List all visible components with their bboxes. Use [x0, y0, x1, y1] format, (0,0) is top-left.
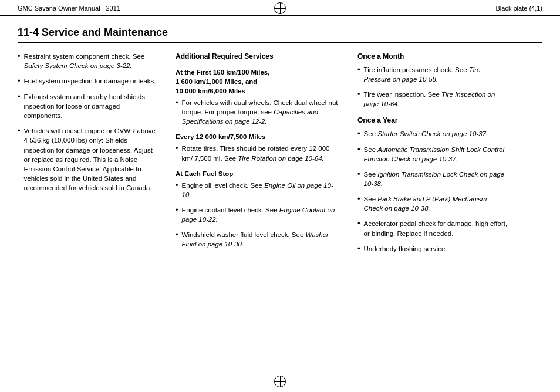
- section3-heading: At Each Fuel Stop: [176, 169, 340, 178]
- once-year-heading: Once a Year: [357, 116, 508, 126]
- content-area: 11-4 Service and Maintenance Restraint s…: [0, 16, 560, 386]
- list-item: For vehicles with dual wheels: Check dua…: [176, 98, 340, 126]
- list-item: Tire wear inspection. See Tire Inspectio…: [357, 90, 508, 109]
- crosshair-icon: [274, 2, 286, 14]
- section3-list: Engine oil level check. See Engine Oil o…: [176, 181, 340, 249]
- columns-wrapper: Restraint system component check. See Sa…: [18, 52, 542, 380]
- header-left-text: GMC Savana Owner Manual - 2011: [18, 5, 120, 12]
- header-crosshair: [274, 2, 286, 14]
- section2-heading: Every 12 000 km/7,500 Miles: [176, 132, 340, 141]
- middle-column: Additional Required Services At the Firs…: [167, 52, 349, 380]
- section2-list: Rotate tires. Tires should be rotated ev…: [176, 144, 340, 163]
- list-item: Restraint system component check. See Sa…: [18, 52, 158, 70]
- list-item: Windshield washer fluid level check. See…: [176, 230, 340, 249]
- page-title: 11-4 Service and Maintenance: [18, 26, 542, 43]
- section1-heading: At the First 160 km/100 Miles,1 600 km/1…: [176, 67, 340, 96]
- list-item: See Park Brake and P (Park) Mechanism Ch…: [357, 194, 508, 213]
- page-header: GMC Savana Owner Manual - 2011 Black pla…: [0, 0, 560, 16]
- additional-services-heading: Additional Required Services: [176, 52, 340, 62]
- list-item: See Automatic Transmission Shift Lock Co…: [357, 145, 508, 164]
- list-item: Engine coolant level check. See Engine C…: [176, 205, 340, 224]
- list-item: Rotate tires. Tires should be rotated ev…: [176, 144, 340, 163]
- list-item: Tire inflation pressures check. See Tire…: [357, 65, 508, 84]
- header-right-text: Black plate (4,1): [496, 5, 542, 12]
- list-item: Exhaust system and nearby heat shields i…: [18, 92, 158, 120]
- page-container: GMC Savana Owner Manual - 2011 Black pla…: [0, 0, 560, 392]
- left-bullet-list: Restraint system component check. See Sa…: [18, 52, 158, 192]
- right-column: Once a Month Tire inflation pressures ch…: [349, 52, 508, 380]
- list-item: Fuel system inspection for damage or lea…: [18, 76, 158, 86]
- list-item: Vehicles with diesel engine or GVWR abov…: [18, 126, 158, 192]
- footer-crosshair: [274, 376, 286, 387]
- left-column: Restraint system component check. See Sa…: [18, 52, 167, 380]
- section1-list: For vehicles with dual wheels: Check dua…: [176, 98, 340, 126]
- once-month-heading: Once a Month: [357, 52, 508, 62]
- list-item: See Starter Switch Check on page 10-37.: [357, 129, 508, 139]
- footer-crosshair-icon: [274, 376, 286, 387]
- list-item: See Ignition Transmission Lock Check on …: [357, 170, 508, 188]
- once-year-list: See Starter Switch Check on page 10-37. …: [357, 129, 508, 254]
- list-item: Underbody flushing service.: [357, 244, 508, 254]
- list-item: Engine oil level check. See Engine Oil o…: [176, 181, 340, 200]
- list-item: Accelerator pedal check for damage, high…: [357, 219, 508, 238]
- once-month-list: Tire inflation pressures check. See Tire…: [357, 65, 508, 109]
